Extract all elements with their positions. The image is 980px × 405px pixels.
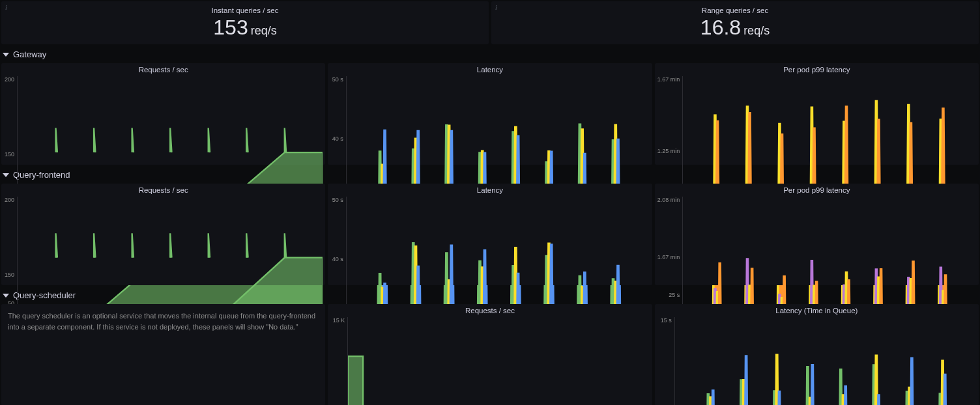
chart-title: Per pod p99 latency <box>657 186 976 194</box>
chart-plot[interactable] <box>674 317 976 405</box>
chevron-down-icon <box>3 53 9 57</box>
chart-title: Latency (Time in Queue) <box>657 307 976 314</box>
chart-panel-qf_rps[interactable]: Requests / sec 200150100500 16:0018:0020… <box>1 184 325 285</box>
chart-panel-gateway_lat[interactable]: Latency 50 s40 s30 s20 s10 s0 ms 16:0018… <box>328 63 652 165</box>
chart-panel-gateway_p99[interactable]: Per pod p99 latency 1.67 min1.25 min50 s… <box>655 63 979 165</box>
section-title: Gateway <box>13 49 46 59</box>
chart-title: Latency <box>330 186 649 194</box>
chart-panel-qf_p99[interactable]: Per pod p99 latency 2.08 min1.67 min1.25… <box>655 184 979 285</box>
stat-title: Instant queries / sec <box>212 7 279 14</box>
chart-title: Requests / sec <box>4 66 323 74</box>
instant-queries-stat[interactable]: i Instant queries / sec 153req/s <box>1 1 489 44</box>
y-axis: 15 s10 s5 s0 ms <box>657 317 674 405</box>
range-queries-stat[interactable]: i Range queries / sec 16.8req/s <box>491 1 979 44</box>
chart-plot[interactable] <box>347 317 649 405</box>
chart-panel-gateway_rps[interactable]: Requests / sec 200150100500 16:0018:0020… <box>1 63 325 165</box>
y-axis: 15 K10 K5 K0 <box>330 317 347 405</box>
info-icon[interactable]: i <box>495 4 497 11</box>
chart-panel-qs_rps[interactable]: Requests / sec 15 K10 K5 K0 16:0018:0020… <box>328 304 652 405</box>
stat-title: Range queries / sec <box>702 7 768 14</box>
section-header-gateway[interactable]: Gateway <box>0 46 980 62</box>
info-icon[interactable]: i <box>5 4 7 11</box>
chart-title: Requests / sec <box>330 307 649 314</box>
stat-value: 153req/s <box>213 16 276 40</box>
chart-panel-qf_lat[interactable]: Latency 50 s40 s30 s20 s10 s0 ms 16:0018… <box>328 184 652 285</box>
chart-title: Per pod p99 latency <box>657 66 976 74</box>
stat-value: 16.8req/s <box>700 16 770 40</box>
scheduler-description: The query scheduler is an optional servi… <box>1 304 325 405</box>
chart-panel-qs_lat[interactable]: Latency (Time in Queue) 15 s10 s5 s0 ms … <box>655 304 979 405</box>
chart-title: Latency <box>330 66 649 74</box>
chart-title: Requests / sec <box>4 186 323 194</box>
